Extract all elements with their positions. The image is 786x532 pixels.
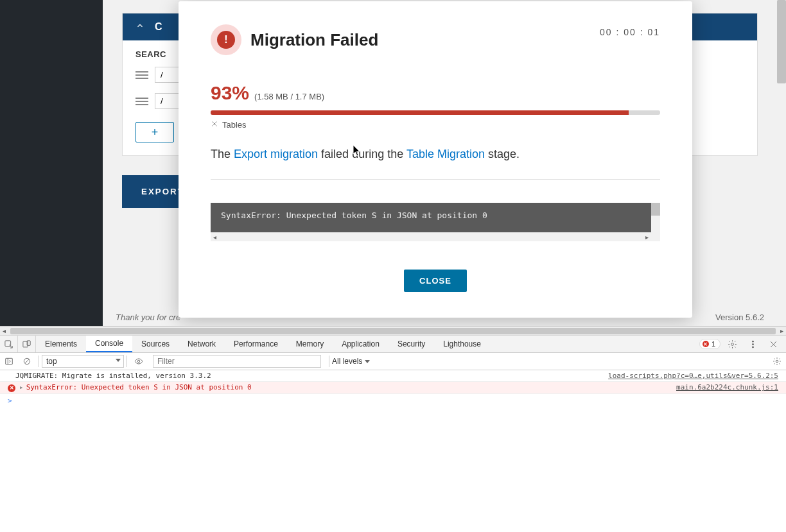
tab-sources[interactable]: Sources <box>132 336 179 352</box>
console-message: JQMIGRATE: Migrate is installed, version… <box>8 372 211 380</box>
clear-console-button[interactable] <box>18 353 36 370</box>
error-count: 1 <box>712 340 715 348</box>
tab-security[interactable]: Security <box>389 336 434 352</box>
accordion-title: C <box>155 21 163 33</box>
expand-icon[interactable]: ▸ <box>19 383 24 391</box>
svg-rect-11 <box>6 358 13 364</box>
devtools-tabstrip: Elements Console Sources Network Perform… <box>0 336 786 353</box>
console-row-error[interactable]: ✕▸SyntaxError: Unexpected token S in JSO… <box>0 382 786 394</box>
modal-title: Migration Failed <box>250 30 378 50</box>
console-message: ✕▸SyntaxError: Unexpected token S in JSO… <box>8 383 252 392</box>
scroll-arrow-left-icon[interactable]: ◂ <box>3 327 6 334</box>
error-log-wrap: SyntaxError: Unexpected token S in JSON … <box>211 203 660 241</box>
error-log[interactable]: SyntaxError: Unexpected token S in JSON … <box>211 203 660 232</box>
devtools-panel: ◂ ▸ Elements Console Sources Network Per… <box>0 326 786 532</box>
scroll-arrow-right-icon[interactable]: ▸ <box>645 234 649 241</box>
device-toolbar-button[interactable] <box>18 336 36 352</box>
elapsed-timer: 00 : 00 : 01 <box>600 27 660 37</box>
stage-row: Tables <box>211 120 660 130</box>
mouse-cursor-icon <box>353 144 362 160</box>
progress-bar <box>211 110 660 115</box>
console-filter-input[interactable] <box>153 355 321 368</box>
svg-point-8 <box>752 346 753 347</box>
settings-button[interactable] <box>723 339 741 349</box>
progress-size: (1.58 MB / 1.7 MB) <box>254 92 324 101</box>
context-value: top <box>46 357 57 366</box>
error-count-badge[interactable]: ✕ 1 <box>699 339 720 349</box>
tab-memory[interactable]: Memory <box>287 336 333 352</box>
close-button[interactable]: CLOSE <box>404 270 467 292</box>
scroll-arrow-right-icon[interactable]: ▸ <box>780 327 783 334</box>
svg-line-14 <box>25 359 29 363</box>
fail-text-mid: failed during the <box>318 148 406 160</box>
more-menu-button[interactable] <box>744 339 762 349</box>
execution-context-select[interactable]: top <box>42 355 124 368</box>
chevron-up-icon <box>135 21 144 33</box>
console-row[interactable]: JQMIGRATE: Migrate is installed, version… <box>0 370 786 382</box>
console-toolbar: top All levels <box>0 353 786 370</box>
fail-text-pre: The <box>211 148 234 160</box>
scrollbar-thumb[interactable] <box>10 328 776 334</box>
inspect-element-button[interactable] <box>0 336 18 352</box>
drag-handle-icon[interactable] <box>135 71 148 79</box>
divider <box>211 179 660 180</box>
tab-elements[interactable]: Elements <box>36 336 86 352</box>
log-levels-select[interactable]: All levels <box>332 357 375 366</box>
tab-application[interactable]: Application <box>333 336 389 352</box>
svg-point-16 <box>776 360 778 363</box>
thank-you-text: Thank you for cre <box>116 313 180 322</box>
live-expression-button[interactable] <box>130 353 148 370</box>
error-icon: ✕ <box>8 384 15 392</box>
migration-failed-modal: ! Migration Failed 00 : 00 : 01 93% (1.5… <box>179 1 692 318</box>
log-scrollbar-horizontal[interactable]: ◂ ▸ <box>211 232 651 241</box>
close-devtools-button[interactable] <box>764 339 782 349</box>
console-output: JQMIGRATE: Migrate is installed, version… <box>0 370 786 408</box>
chevron-down-icon <box>365 360 370 363</box>
progress-fill <box>211 110 629 115</box>
console-source-link[interactable]: load-scripts.php?c=0…e,utils&ver=5.6.2:5 <box>608 372 778 380</box>
page-scrollbar-vertical[interactable] <box>777 0 786 326</box>
console-prompt[interactable]: > <box>0 394 786 408</box>
export-migration-link[interactable]: Export migration <box>234 148 318 160</box>
chevron-down-icon <box>116 359 121 362</box>
close-icon <box>211 120 218 130</box>
table-migration-link[interactable]: Table Migration <box>406 148 485 160</box>
svg-point-6 <box>752 341 753 342</box>
failure-message: The Export migration failed during the T… <box>211 148 660 161</box>
progress-percent: 93% <box>211 82 249 104</box>
svg-point-5 <box>731 343 733 345</box>
svg-point-15 <box>137 360 140 363</box>
log-scrollbar-vertical[interactable] <box>651 203 660 241</box>
version-text: Version 5.6.2 <box>715 313 764 322</box>
console-sidebar-toggle[interactable] <box>0 353 18 370</box>
error-icon: ! <box>211 24 241 55</box>
tab-lighthouse[interactable]: Lighthouse <box>434 336 490 352</box>
scrollbar-thumb[interactable] <box>777 0 786 83</box>
modal-header: ! Migration Failed 00 : 00 : 01 <box>211 24 660 55</box>
fail-text-post: stage. <box>485 148 520 160</box>
app-scrollbar-horizontal[interactable]: ◂ ▸ <box>0 327 786 336</box>
error-dot-icon: ✕ <box>703 341 709 347</box>
error-text: SyntaxError: Unexpected token S in JSON … <box>26 383 252 391</box>
console-settings-button[interactable] <box>768 353 786 370</box>
tab-network[interactable]: Network <box>179 336 225 352</box>
admin-sidebar <box>0 0 103 326</box>
svg-point-7 <box>752 343 753 345</box>
tab-console[interactable]: Console <box>86 336 132 352</box>
add-rule-button[interactable]: + <box>135 122 174 142</box>
scroll-arrow-left-icon[interactable]: ◂ <box>213 234 216 241</box>
drag-handle-icon[interactable] <box>135 98 148 105</box>
levels-value: All levels <box>332 357 362 366</box>
progress-meta: 93% (1.58 MB / 1.7 MB) <box>211 82 660 104</box>
tab-performance[interactable]: Performance <box>225 336 287 352</box>
console-source-link[interactable]: main.6a2b224c.chunk.js:1 <box>676 383 778 392</box>
stage-label: Tables <box>222 120 247 130</box>
